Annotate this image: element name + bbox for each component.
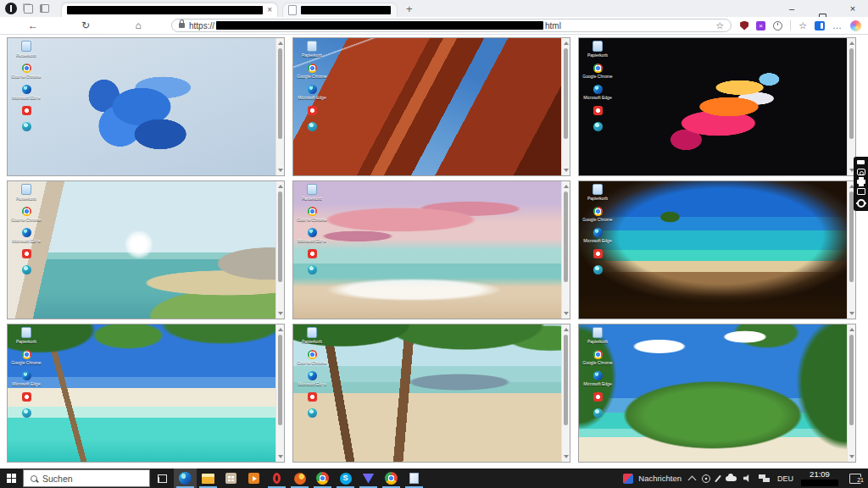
scroll-up-arrow[interactable]	[564, 328, 569, 331]
red-app-desktop-icon[interactable]	[581, 106, 614, 116]
scroll-up-arrow[interactable]	[564, 185, 569, 188]
red-app-desktop-icon[interactable]	[296, 106, 328, 116]
tab-2[interactable]	[282, 3, 398, 17]
taskbar-app-chrome2[interactable]	[380, 469, 403, 488]
teal-app-desktop-icon[interactable]	[296, 408, 328, 419]
cell-scrollbar[interactable]	[275, 181, 284, 319]
recycle-bin-desktop-icon[interactable]: Papierkorb	[10, 41, 42, 58]
scroll-up-arrow[interactable]	[564, 42, 569, 45]
taskbar-clock[interactable]: 21:09	[801, 470, 838, 486]
cell-scrollbar[interactable]	[847, 38, 855, 175]
remote-desktop-cell-3[interactable]: PapierkorbGoogle ChromeMicrosoft Edge	[578, 37, 856, 176]
taskbar-app-edge[interactable]	[174, 469, 197, 488]
scroll-up-arrow[interactable]	[849, 42, 854, 45]
close-button[interactable]: ×	[837, 0, 868, 17]
remote-desktop-cell-7[interactable]: PapierkorbGoogle ChromeMicrosoft Edge	[7, 324, 285, 463]
scroll-down-arrow[interactable]	[564, 169, 569, 172]
chrome-desktop-icon[interactable]: Google Chrome	[296, 64, 328, 79]
recycle-bin-desktop-icon[interactable]: Papierkorb	[296, 327, 328, 344]
remote-desktop-cell-6[interactable]: PapierkorbGoogle ChromeMicrosoft Edge	[578, 180, 856, 319]
red-app-desktop-icon[interactable]	[10, 249, 42, 259]
new-tab-button[interactable]: +	[406, 3, 413, 14]
scroll-down-arrow[interactable]	[564, 312, 569, 315]
side-capture-toolbar[interactable]	[854, 157, 868, 211]
chevron-up-icon[interactable]	[688, 475, 697, 484]
cell-scrollbar[interactable]	[275, 324, 284, 462]
remote-desktop-cell-9[interactable]: PapierkorbGoogle ChromeMicrosoft Edge	[578, 324, 856, 463]
adblock-shield-icon[interactable]	[740, 21, 748, 30]
scroll-down-arrow[interactable]	[278, 312, 283, 315]
teal-app-desktop-icon[interactable]	[581, 408, 614, 419]
chrome-desktop-icon[interactable]: Google Chrome	[10, 207, 42, 222]
chrome-desktop-icon[interactable]: Google Chrome	[581, 64, 614, 79]
teal-app-desktop-icon[interactable]	[10, 408, 42, 419]
taskbar-app-skype[interactable]	[334, 469, 357, 488]
recycle-bin-desktop-icon[interactable]: Papierkorb	[296, 184, 328, 201]
recycle-bin-desktop-icon[interactable]: Papierkorb	[296, 41, 328, 58]
copilot-icon[interactable]	[850, 20, 861, 31]
scroll-down-arrow[interactable]	[849, 312, 854, 315]
network-icon[interactable]	[759, 474, 770, 482]
teal-app-desktop-icon[interactable]	[10, 265, 42, 275]
red-app-desktop-icon[interactable]	[296, 249, 328, 259]
collections-star-icon[interactable]: ☆	[798, 21, 807, 30]
scroll-thumb[interactable]	[849, 48, 854, 139]
remote-desktop-cell-1[interactable]: PapierkorbGoogle ChromeMicrosoft Edge	[7, 37, 285, 176]
edge-desktop-icon[interactable]: Microsoft Edge	[581, 371, 614, 386]
teal-app-desktop-icon[interactable]	[10, 122, 42, 132]
back-button[interactable]: ←	[24, 19, 42, 31]
keyboard-layout[interactable]: DEU	[777, 474, 793, 483]
start-button[interactable]	[0, 469, 23, 488]
purple-extension-icon[interactable]	[756, 21, 765, 30]
recycle-bin-desktop-icon[interactable]: Papierkorb	[581, 327, 614, 344]
red-app-desktop-icon[interactable]	[581, 392, 614, 402]
vertical-tabs-icon[interactable]	[40, 4, 49, 13]
display-icon[interactable]	[857, 188, 865, 195]
scroll-thumb[interactable]	[564, 191, 568, 282]
scroll-down-arrow[interactable]	[278, 455, 283, 458]
cell-scrollbar[interactable]	[847, 324, 855, 462]
red-app-desktop-icon[interactable]	[296, 392, 328, 402]
taskbar-app-notepad[interactable]	[403, 469, 426, 488]
scroll-down-arrow[interactable]	[278, 169, 283, 172]
reload-button[interactable]: ↻	[76, 19, 95, 31]
cell-scrollbar[interactable]	[561, 181, 570, 319]
scroll-thumb[interactable]	[278, 191, 282, 282]
edge-desktop-icon[interactable]: Microsoft Edge	[10, 85, 42, 100]
scroll-thumb[interactable]	[278, 335, 282, 425]
tab-groups-icon[interactable]	[24, 4, 33, 14]
task-view-button[interactable]	[150, 469, 174, 488]
scroll-thumb[interactable]	[564, 48, 568, 139]
taskbar-app-firefox[interactable]	[288, 469, 311, 488]
cell-scrollbar[interactable]	[561, 324, 570, 462]
chrome-desktop-icon[interactable]: Google Chrome	[581, 207, 614, 222]
tab-1[interactable]: ×	[61, 3, 278, 17]
cell-scrollbar[interactable]	[561, 38, 570, 175]
scroll-up-arrow[interactable]	[278, 42, 283, 45]
cell-scrollbar[interactable]	[275, 38, 284, 175]
scroll-up-arrow[interactable]	[278, 185, 283, 188]
teal-app-desktop-icon[interactable]	[296, 122, 328, 132]
favorite-icon[interactable]: ☆	[715, 20, 724, 31]
teal-app-desktop-icon[interactable]	[581, 122, 614, 132]
taskbar-search[interactable]: Suchen	[23, 469, 150, 487]
red-app-desktop-icon[interactable]	[10, 106, 42, 116]
taskbar-app-file-explorer[interactable]	[197, 469, 220, 488]
action-center-button[interactable]: 21	[846, 474, 865, 484]
taskbar-app-chrome[interactable]	[311, 469, 334, 488]
remote-desktop-cell-2[interactable]: PapierkorbGoogle ChromeMicrosoft Edge	[292, 37, 570, 176]
edge-desktop-icon[interactable]: Microsoft Edge	[296, 85, 328, 100]
home-button[interactable]: ⌂	[129, 19, 147, 31]
tray-app-icon[interactable]	[702, 474, 710, 483]
taskbar-app-store[interactable]	[220, 469, 242, 488]
minimize-button[interactable]: –	[776, 0, 807, 17]
address-bar[interactable]: https:// html ☆	[171, 19, 732, 32]
scroll-thumb[interactable]	[278, 48, 282, 139]
news-widget[interactable]: Nachrichten	[623, 474, 682, 484]
browser-logo-icon[interactable]	[5, 3, 17, 14]
chrome-desktop-icon[interactable]: Google Chrome	[10, 350, 42, 365]
taskbar-app-triangle-browser[interactable]	[357, 469, 380, 488]
remote-desktop-cell-5[interactable]: PapierkorbGoogle ChromeMicrosoft Edge	[292, 180, 570, 319]
scroll-down-arrow[interactable]	[564, 455, 569, 458]
edge-desktop-icon[interactable]: Microsoft Edge	[10, 228, 42, 243]
